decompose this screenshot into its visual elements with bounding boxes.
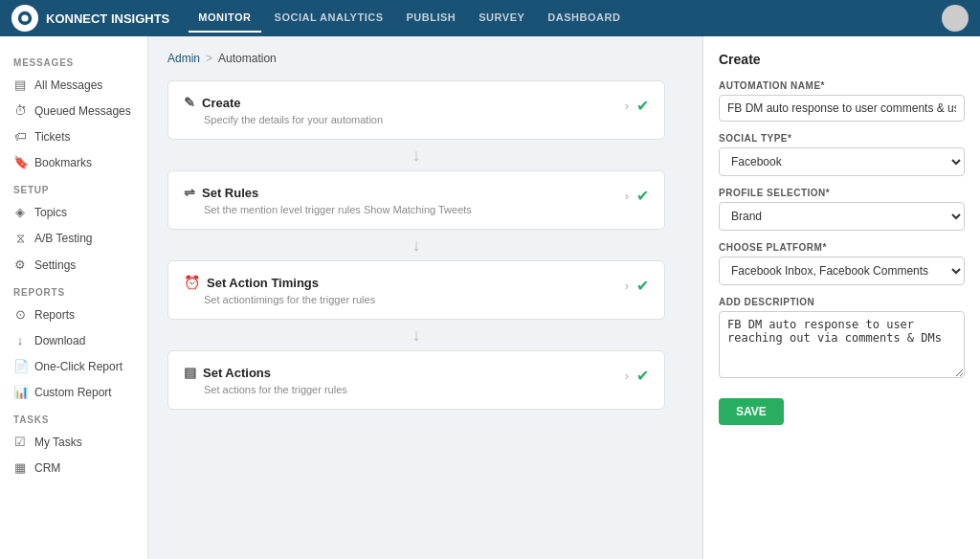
workflow-card-create-left: ✎ Create Specify the details for your au… (184, 95, 383, 125)
workflow-card-set-rules-desc: Set the mention level trigger rules Show… (184, 204, 472, 215)
sidebar-item-reports[interactable]: ⊙ Reports (0, 302, 147, 327)
workflow-container: ✎ Create Specify the details for your au… (167, 80, 665, 410)
automation-name-input[interactable] (719, 95, 965, 122)
description-label: ADD DESCRIPTION (719, 297, 965, 307)
nav-social-analytics[interactable]: SOCIAL ANALYTICS (265, 4, 393, 33)
set-action-timings-chevron-icon: › (625, 279, 629, 293)
nav-survey[interactable]: SURVEY (469, 4, 534, 33)
settings-icon: ⚙ (13, 257, 27, 272)
description-group: ADD DESCRIPTION FB DM auto response to u… (719, 297, 965, 381)
bookmarks-icon: 🔖 (13, 155, 27, 169)
sidebar-item-bookmarks[interactable]: 🔖 Bookmarks (0, 149, 147, 175)
description-textarea[interactable]: FB DM auto response to user reaching out… (719, 311, 965, 378)
set-action-timings-card-icon: ⏰ (184, 275, 200, 290)
workflow-arrow-3: ↓ (412, 320, 421, 350)
workflow-card-create[interactable]: ✎ Create Specify the details for your au… (167, 80, 665, 140)
workflow-card-set-action-timings-right: › ✔ (625, 277, 649, 295)
workflow-card-set-action-timings-desc: Set actiontimings for the trigger rules (184, 294, 375, 305)
set-action-timings-check-icon: ✔ (636, 277, 649, 295)
crm-icon: ▦ (13, 460, 27, 475)
breadcrumb-current: Automation (218, 52, 277, 65)
sidebar-item-settings[interactable]: ⚙ Settings (0, 252, 147, 278)
create-chevron-icon: › (625, 99, 629, 113)
workflow-card-set-actions-right: › ✔ (625, 367, 649, 385)
profile-selection-label: PROFILE SELECTION* (719, 188, 965, 198)
choose-platform-label: CHOOSE PLATFORM* (719, 242, 965, 253)
download-icon: ↓ (13, 333, 27, 347)
set-actions-card-icon: ▤ (184, 365, 196, 380)
workflow-card-set-action-timings[interactable]: ⏰ Set Action Timings Set actiontimings f… (167, 260, 665, 320)
sidebar-item-queued-messages[interactable]: ⏱ Queued Messages (0, 98, 147, 123)
profile-selection-select[interactable]: Brand Page Group (719, 202, 965, 231)
breadcrumb-separator: > (206, 52, 212, 65)
workflow-card-set-actions[interactable]: ▤ Set Actions Set actions for the trigge… (167, 350, 665, 410)
set-actions-check-icon: ✔ (636, 367, 649, 385)
workflow-card-set-action-timings-title: ⏰ Set Action Timings (184, 275, 375, 290)
one-click-report-icon: 📄 (13, 359, 27, 373)
set-actions-chevron-icon: › (625, 369, 629, 383)
logo: KONNECT INSIGHTS (11, 5, 169, 32)
profile-selection-group: PROFILE SELECTION* Brand Page Group (719, 188, 965, 231)
logo-text: KONNECT INSIGHTS (46, 11, 169, 26)
social-type-group: SOCIAL TYPE* Facebook Twitter Instagram … (719, 133, 965, 176)
main-content: Admin > Automation ✎ Create Specify the … (148, 36, 702, 559)
create-card-icon: ✎ (184, 95, 195, 110)
breadcrumb-admin[interactable]: Admin (167, 52, 200, 65)
workflow-card-set-action-timings-left: ⏰ Set Action Timings Set actiontimings f… (184, 275, 375, 305)
queued-messages-icon: ⏱ (13, 103, 27, 118)
automation-name-label: AUTOMATION NAME* (719, 80, 965, 91)
nav-monitor[interactable]: MONITOR (189, 4, 260, 33)
sidebar-section-reports: REPORTS (0, 278, 147, 302)
logo-icon (11, 5, 38, 32)
sidebar-section-messages: MESSAGES (0, 48, 147, 72)
choose-platform-select[interactable]: Facebook Inbox, Facebook Comments Facebo… (719, 257, 965, 285)
workflow-arrow-2: ↓ (412, 230, 421, 260)
reports-icon: ⊙ (13, 307, 27, 322)
sidebar-item-topics[interactable]: ◈ Topics (0, 199, 147, 225)
social-type-select[interactable]: Facebook Twitter Instagram LinkedIn (719, 147, 965, 176)
all-messages-icon: ▤ (13, 78, 27, 92)
sidebar-item-my-tasks[interactable]: ☑ My Tasks (0, 429, 147, 455)
sidebar-item-download[interactable]: ↓ Download (0, 327, 147, 353)
workflow-card-set-actions-desc: Set actions for the trigger rules (184, 384, 347, 395)
app-body: MESSAGES ▤ All Messages ⏱ Queued Message… (0, 36, 980, 559)
sidebar-item-tickets[interactable]: 🏷 Tickets (0, 123, 147, 149)
workflow-card-set-rules-right: › ✔ (625, 187, 649, 205)
nav-links: MONITOR SOCIAL ANALYTICS PUBLISH SURVEY … (189, 4, 923, 33)
sidebar-section-setup: SETUP (0, 175, 147, 199)
set-rules-chevron-icon: › (625, 189, 629, 203)
workflow-card-create-right: › ✔ (625, 97, 649, 115)
right-panel: Create AUTOMATION NAME* SOCIAL TYPE* Fac… (702, 36, 980, 559)
sidebar-item-all-messages[interactable]: ▤ All Messages (0, 72, 147, 98)
sidebar: MESSAGES ▤ All Messages ⏱ Queued Message… (0, 36, 148, 559)
nav-publish[interactable]: PUBLISH (397, 4, 466, 33)
sidebar-item-custom-report[interactable]: 📊 Custom Report (0, 379, 147, 405)
workflow-card-set-actions-title: ▤ Set Actions (184, 365, 347, 380)
my-tasks-icon: ☑ (13, 435, 27, 449)
sidebar-section-tasks: TASKS (0, 405, 147, 429)
workflow-card-create-desc: Specify the details for your automation (184, 114, 383, 125)
nav-dashboard[interactable]: DASHBOARD (538, 4, 630, 33)
sidebar-item-one-click-report[interactable]: 📄 One-Click Report (0, 353, 147, 379)
workflow-card-set-rules-left: ⇌ Set Rules Set the mention level trigge… (184, 185, 472, 215)
sidebar-item-crm[interactable]: ▦ CRM (0, 455, 147, 481)
automation-name-group: AUTOMATION NAME* (719, 80, 965, 122)
choose-platform-group: CHOOSE PLATFORM* Facebook Inbox, Faceboo… (719, 242, 965, 285)
avatar[interactable] (942, 5, 969, 32)
workflow-card-set-rules[interactable]: ⇌ Set Rules Set the mention level trigge… (167, 170, 665, 230)
panel-title: Create (719, 52, 965, 67)
set-rules-check-icon: ✔ (636, 187, 649, 205)
workflow-card-set-rules-title: ⇌ Set Rules (184, 185, 472, 200)
top-navigation: KONNECT INSIGHTS MONITOR SOCIAL ANALYTIC… (0, 0, 980, 36)
save-button[interactable]: SAVE (719, 398, 784, 425)
breadcrumb: Admin > Automation (167, 52, 683, 65)
create-check-icon: ✔ (636, 97, 649, 115)
tickets-icon: 🏷 (13, 129, 27, 144)
custom-report-icon: 📊 (13, 385, 27, 399)
social-type-label: SOCIAL TYPE* (719, 133, 965, 144)
workflow-card-set-actions-left: ▤ Set Actions Set actions for the trigge… (184, 365, 347, 395)
sidebar-item-ab-testing[interactable]: ⧖ A/B Testing (0, 225, 147, 252)
workflow-card-create-title: ✎ Create (184, 95, 383, 110)
topics-icon: ◈ (13, 205, 27, 219)
ab-testing-icon: ⧖ (13, 231, 27, 246)
